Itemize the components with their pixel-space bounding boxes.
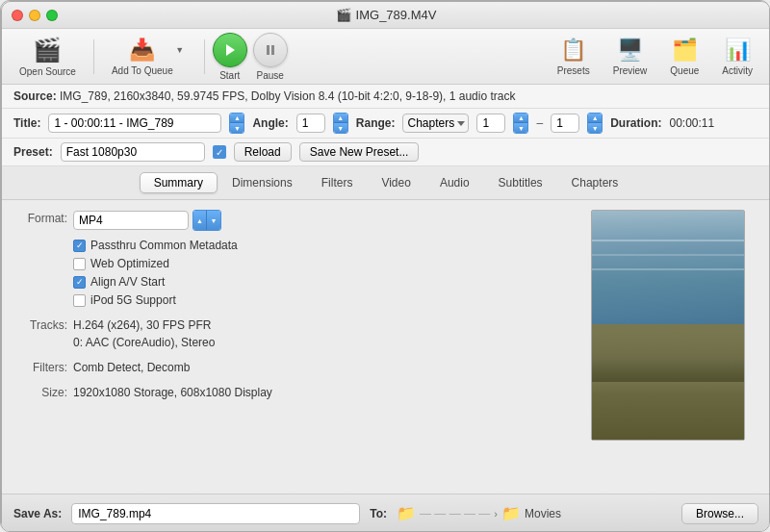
tabs-bar: Summary Dimensions Filters Video Audio S… xyxy=(2,166,770,200)
folder-icon: 📁 xyxy=(397,504,416,522)
tab-filters[interactable]: Filters xyxy=(307,172,368,193)
tab-video[interactable]: Video xyxy=(367,172,424,193)
title-stepper-down[interactable]: ▼ xyxy=(230,123,244,133)
range-start-down[interactable]: ▼ xyxy=(514,123,527,133)
destination-path-separator: — — — — — xyxy=(420,507,490,520)
title-input[interactable] xyxy=(48,114,221,133)
to-label: To: xyxy=(370,507,387,520)
angle-stepper-down[interactable]: ▼ xyxy=(334,123,347,133)
add-queue-icon: 📥 xyxy=(129,38,155,63)
web-checkbox-item: Web Optimized xyxy=(73,257,169,270)
close-button[interactable] xyxy=(12,10,23,21)
clapper-icon: 🎬 xyxy=(33,37,62,63)
add-to-queue-label: Add To Queue xyxy=(112,65,173,76)
start-label: Start xyxy=(213,70,247,81)
title-settings-row: Title: ▲ ▼ Angle: ▲ ▼ Range: Chapters ▲ … xyxy=(2,109,770,139)
range-start-input[interactable] xyxy=(476,114,505,133)
save-as-label: Save As: xyxy=(13,507,62,520)
toolbar: 🎬 Open Source 📥 Add To Queue ▼ xyxy=(2,29,770,85)
svg-rect-2 xyxy=(271,45,274,55)
format-input[interactable] xyxy=(73,211,189,230)
right-panel xyxy=(591,210,755,484)
browse-button[interactable]: Browse... xyxy=(681,503,758,524)
range-end-up[interactable]: ▲ xyxy=(588,114,602,123)
add-to-queue-button[interactable]: 📥 Add To Queue ▼ xyxy=(102,34,196,80)
activity-icon: 📊 xyxy=(725,38,751,63)
tracks-value1: H.264 (x264), 30 FPS PFR xyxy=(73,317,215,334)
left-panel: Format: ▲ ▼ Passthru Common Metadata xyxy=(17,210,576,484)
filters-row: Filters: Comb Detect, Decomb xyxy=(17,359,576,376)
fullscreen-button[interactable] xyxy=(46,10,58,21)
title-stepper[interactable]: ▲ ▼ xyxy=(229,113,244,134)
minimize-button[interactable] xyxy=(29,10,40,21)
ipod-checkbox[interactable] xyxy=(73,294,86,307)
folder-icon-2: 📁 xyxy=(501,504,521,522)
tab-audio[interactable]: Audio xyxy=(425,172,484,193)
passthru-checkbox[interactable] xyxy=(73,240,86,252)
tab-subtitles[interactable]: Subtitles xyxy=(484,172,557,193)
tab-summary[interactable]: Summary xyxy=(140,172,218,193)
range-end-stepper[interactable]: ▲ ▼ xyxy=(587,113,603,134)
passthru-checkbox-item: Passthru Common Metadata xyxy=(73,239,238,252)
format-label: Format: xyxy=(17,210,67,225)
angle-label: Angle: xyxy=(252,116,288,130)
svg-rect-1 xyxy=(267,45,270,55)
format-content: ▲ ▼ xyxy=(73,210,576,231)
web-checkbox[interactable] xyxy=(73,258,86,270)
window: 🎬 IMG_789.M4V 🎬 Open Source 📥 Add To Que… xyxy=(1,1,770,532)
preview-label: Preview xyxy=(613,65,648,76)
open-source-label: Open Source xyxy=(19,66,76,77)
angle-input[interactable] xyxy=(296,114,325,133)
start-pause-labels: Start Pause xyxy=(213,70,288,81)
align-label: Align A/V Start xyxy=(90,275,165,289)
queue-button[interactable]: 🗂️ Queue xyxy=(660,34,708,80)
format-stepper-down[interactable]: ▼ xyxy=(207,211,220,230)
tab-dimensions[interactable]: Dimensions xyxy=(218,172,307,193)
title-field-label: Title: xyxy=(13,116,40,130)
duration-label: Duration: xyxy=(610,116,661,130)
align-checkbox[interactable] xyxy=(73,276,86,289)
preset-checkbox[interactable]: ✓ xyxy=(213,145,226,159)
web-label: Web Optimized xyxy=(90,257,169,270)
angle-stepper[interactable]: ▲ ▼ xyxy=(333,113,348,134)
tracks-row: Tracks: H.264 (x264), 30 FPS PFR 0: AAC … xyxy=(17,317,576,351)
format-stepper-up[interactable]: ▲ xyxy=(193,211,207,230)
title-stepper-up[interactable]: ▲ xyxy=(230,114,244,123)
save-new-preset-button[interactable]: Save New Preset... xyxy=(299,142,420,162)
preview-button[interactable]: 🖥️ Preview xyxy=(603,34,657,80)
toolbar-separator-2 xyxy=(204,39,205,74)
presets-button[interactable]: 📋 Presets xyxy=(548,34,600,80)
start-button[interactable] xyxy=(213,33,247,67)
ipod-checkbox-item: iPod 5G Support xyxy=(73,293,176,307)
checkboxes-row: Passthru Common Metadata Web Optimized A… xyxy=(73,239,576,307)
presets-label: Presets xyxy=(557,65,590,76)
tab-chapters[interactable]: Chapters xyxy=(557,172,633,193)
range-label: Range: xyxy=(356,116,396,130)
start-pause-group: Start Pause xyxy=(213,33,288,81)
destination-row: 📁 — — — — — › 📁 Movies xyxy=(397,504,672,522)
range-end-down[interactable]: ▼ xyxy=(588,123,602,133)
angle-stepper-up[interactable]: ▲ xyxy=(334,114,347,123)
range-start-up[interactable]: ▲ xyxy=(514,114,527,123)
range-type-select[interactable]: Chapters xyxy=(402,114,469,133)
size-row: Size: 1920x1080 Storage, 608x1080 Displa… xyxy=(17,384,576,401)
traffic-lights xyxy=(12,10,58,21)
preset-label: Preset: xyxy=(13,145,53,159)
add-queue-dropdown-icon[interactable]: ▼ xyxy=(175,45,184,55)
start-pause-buttons xyxy=(213,33,288,67)
range-end-input[interactable] xyxy=(551,114,579,133)
pause-label: Pause xyxy=(253,70,288,81)
size-value: 1920x1080 Storage, 608x1080 Display xyxy=(73,384,272,401)
preset-input[interactable] xyxy=(61,142,205,162)
range-start-stepper[interactable]: ▲ ▼ xyxy=(513,113,528,134)
title-icon: 🎬 xyxy=(336,8,351,22)
activity-label: Activity xyxy=(722,65,753,76)
bottom-bar: Save As: To: 📁 — — — — — › 📁 Movies Brow… xyxy=(2,494,770,532)
source-label: Source: xyxy=(13,89,57,103)
activity-button[interactable]: 📊 Activity xyxy=(712,34,762,80)
save-as-input[interactable] xyxy=(71,503,360,524)
format-stepper[interactable]: ▲ ▼ xyxy=(192,210,221,231)
pause-button[interactable] xyxy=(253,33,288,67)
open-source-button[interactable]: 🎬 Open Source xyxy=(10,33,86,81)
reload-button[interactable]: Reload xyxy=(234,142,292,162)
